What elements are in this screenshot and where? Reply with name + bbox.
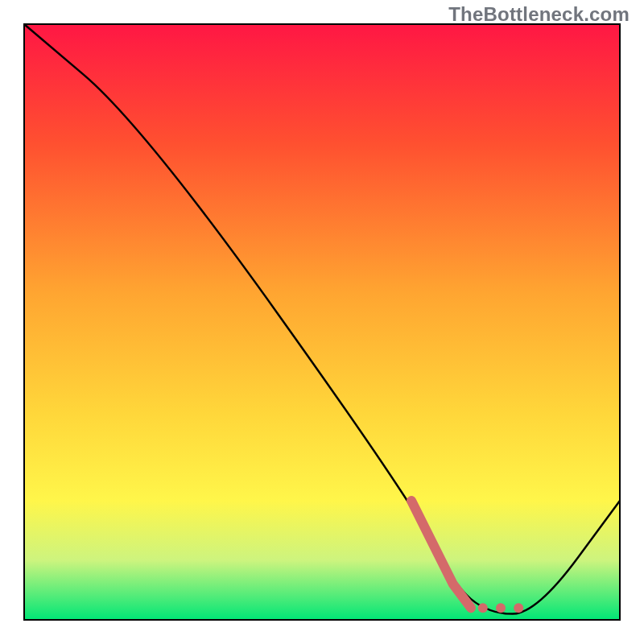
bottleneck-chart [0, 0, 644, 644]
watermark-text: TheBottleneck.com [448, 3, 630, 26]
red-dot [514, 603, 523, 613]
red-dots-group [478, 603, 523, 613]
plot-background [24, 24, 620, 620]
chart-container: TheBottleneck.com [0, 0, 644, 644]
red-dot [496, 603, 506, 613]
red-dot [478, 603, 488, 613]
